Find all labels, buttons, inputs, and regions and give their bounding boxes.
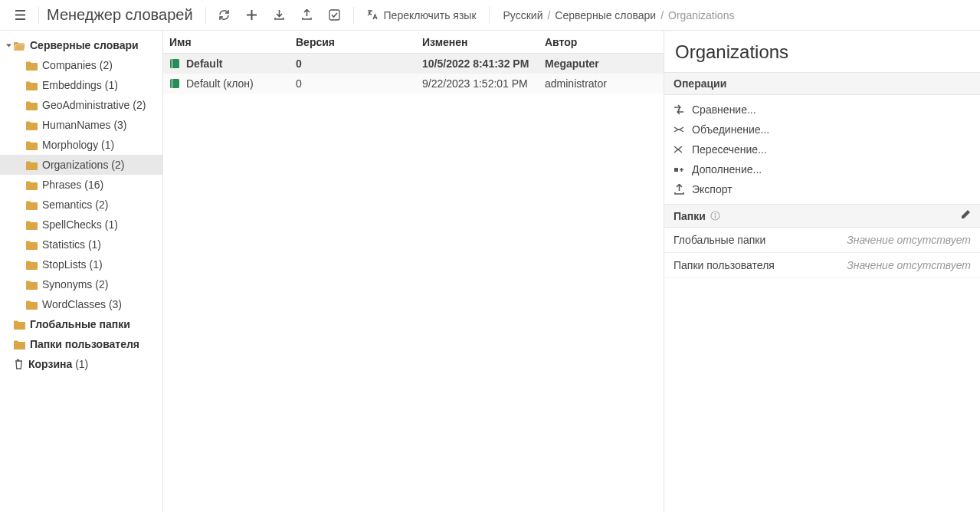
table-row[interactable]: Default (клон)09/22/2023 1:52:01 PMadmin… <box>163 74 664 94</box>
operations-list: Сравнение...Объединение...Пересечение...… <box>664 95 980 204</box>
breadcrumb-separator: / <box>660 9 664 21</box>
tree-item[interactable]: Embeddings (1) <box>0 75 162 95</box>
menu-icon <box>15 9 26 21</box>
tree-trash-count: (1) <box>75 358 88 370</box>
tree-item[interactable]: HumanNames (3) <box>0 115 162 135</box>
sidebar: Серверные словари Companies (2)Embedding… <box>0 31 163 512</box>
folder-icon <box>14 340 25 350</box>
tree-user-folders[interactable]: Папки пользователя <box>0 334 162 354</box>
col-name[interactable]: Имя <box>163 36 290 48</box>
operation-label: Экспорт <box>692 183 733 195</box>
table-header: Имя Версия Изменен Автор <box>163 31 664 54</box>
operation-item[interactable]: Объединение... <box>664 120 980 139</box>
operation-label: Объединение... <box>692 123 769 136</box>
tree-item-count: (2) <box>95 278 108 290</box>
tree-item-label: WordClasses <box>42 298 106 310</box>
details-title: Organizations <box>664 31 980 72</box>
tree-item-count: (2) <box>133 99 146 111</box>
trash-icon <box>14 359 24 369</box>
info-icon[interactable] <box>710 211 720 221</box>
tree-item-count: (2) <box>95 199 108 211</box>
cell-name: Default (клон) <box>186 77 254 90</box>
breadcrumb-separator: / <box>547 9 550 21</box>
switch-language-label: Переключить язык <box>384 9 477 21</box>
folder-open-icon <box>14 41 25 51</box>
tree-item[interactable]: GeoAdministrative (2) <box>0 95 162 115</box>
folder-icon <box>26 280 38 290</box>
folder-icon <box>26 140 38 150</box>
operation-item[interactable]: Сравнение... <box>664 100 980 120</box>
tree-item-label: Phrases <box>42 179 81 191</box>
col-author[interactable]: Автор <box>539 36 664 48</box>
breadcrumb: Русский / Серверные словари / Organizati… <box>494 9 735 21</box>
folder-icon <box>26 61 38 71</box>
tree-item[interactable]: WordClasses (3) <box>0 294 162 314</box>
tree-item[interactable]: StopLists (1) <box>0 254 162 274</box>
cell-author: Megaputer <box>539 57 664 70</box>
folder-icon <box>26 240 38 250</box>
folder-icon <box>26 220 38 230</box>
section-folders-label: Папки <box>674 210 706 222</box>
tree-item-count: (1) <box>89 258 102 271</box>
tree-item-count: (1) <box>105 79 118 91</box>
tree-item-label: Companies <box>42 59 97 71</box>
tree-item[interactable]: Morphology (1) <box>0 135 162 155</box>
tree-item[interactable]: Organizations (2) <box>0 155 162 175</box>
refresh-button[interactable] <box>211 0 238 31</box>
tree-item[interactable]: Companies (2) <box>0 55 162 75</box>
tree-item[interactable]: Synonyms (2) <box>0 274 162 294</box>
col-modified[interactable]: Изменен <box>416 36 539 48</box>
add-button[interactable] <box>238 0 266 31</box>
content: Имя Версия Изменен Автор Default010/5/20… <box>163 31 980 512</box>
import-icon <box>274 9 285 21</box>
tree-root-server[interactable]: Серверные словари <box>0 35 162 55</box>
tree-item-label: Morphology <box>42 139 98 151</box>
tree-item-count: (3) <box>109 298 122 310</box>
section-folders: Папки <box>664 204 980 228</box>
section-operations-label: Операции <box>674 77 726 90</box>
cell-modified: 10/5/2022 8:41:32 PM <box>416 57 539 70</box>
breadcrumb-item[interactable]: Серверные словари <box>555 9 656 21</box>
tree-item-label: SpellChecks <box>42 218 102 231</box>
export-button[interactable] <box>293 0 321 31</box>
tree-item-count: (1) <box>101 139 114 151</box>
operation-label: Пересечение... <box>692 143 767 156</box>
tree-item-label: Statistics <box>42 238 85 251</box>
tree-global-folders[interactable]: Глобальные папки <box>0 314 162 334</box>
operation-item[interactable]: Пересечение... <box>664 139 980 159</box>
checkbox-icon <box>329 9 340 21</box>
tree-item-count: (16) <box>84 179 103 191</box>
edit-button[interactable] <box>960 209 971 222</box>
tree-item-count: (3) <box>113 119 126 131</box>
compare-icon <box>674 104 684 115</box>
separator <box>205 7 206 24</box>
caret-down-icon[interactable] <box>3 42 14 49</box>
separator <box>353 7 354 24</box>
cell-version: 0 <box>290 77 416 90</box>
operation-item[interactable]: Экспорт <box>664 179 980 199</box>
col-version[interactable]: Версия <box>290 36 416 48</box>
import-button[interactable] <box>266 0 293 31</box>
menu-button[interactable] <box>6 0 34 31</box>
switch-language-button[interactable]: Переключить язык <box>359 9 484 21</box>
breadcrumb-item[interactable]: Русский <box>503 9 543 21</box>
selectall-button[interactable] <box>321 0 349 31</box>
folder-icon <box>26 80 38 90</box>
tree-item[interactable]: SpellChecks (1) <box>0 215 162 235</box>
folder-icon <box>14 320 25 330</box>
operation-item[interactable]: Дополнение... <box>664 159 980 179</box>
tree-item-count: (2) <box>100 59 113 71</box>
tree-user-label: Папки пользователя <box>30 338 139 350</box>
table-row[interactable]: Default010/5/2022 8:41:32 PMMegaputer <box>163 54 664 74</box>
cell-name: Default <box>186 57 222 70</box>
tree-item-label: Embeddings <box>42 79 102 91</box>
tree-item-label: HumanNames <box>42 119 110 131</box>
tree-item[interactable]: Phrases (16) <box>0 175 162 195</box>
tree-trash[interactable]: Корзина (1) <box>0 354 162 374</box>
tree-root-label: Серверные словари <box>30 39 139 51</box>
tree-item[interactable]: Semantics (2) <box>0 195 162 215</box>
tree-item[interactable]: Statistics (1) <box>0 235 162 254</box>
translate-icon <box>366 9 378 21</box>
tree-item-count: (1) <box>105 218 118 231</box>
separator <box>489 7 490 24</box>
